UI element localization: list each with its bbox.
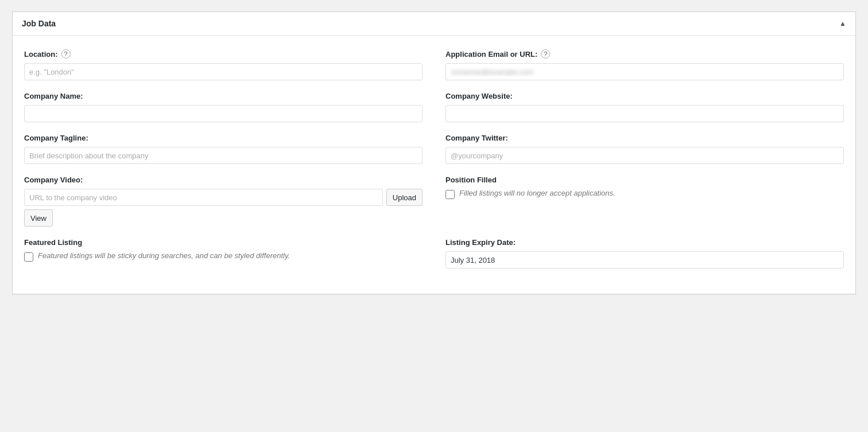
view-button[interactable]: View [24, 209, 53, 227]
company-video-input[interactable] [24, 189, 383, 206]
application-email-input[interactable] [445, 63, 844, 80]
company-website-input[interactable] [445, 105, 844, 122]
panel-toggle-icon[interactable]: ▲ [839, 20, 846, 28]
panel-title: Job Data [22, 19, 56, 28]
company-name-group: Company Name: [24, 92, 423, 122]
panel-header: Job Data ▲ [13, 12, 855, 36]
company-website-group: Company Website: [445, 92, 844, 122]
upload-button[interactable]: Upload [386, 189, 423, 206]
position-filled-checkbox-row: Filled listings will no longer accept ap… [445, 189, 844, 199]
position-filled-checkbox[interactable] [445, 190, 455, 199]
featured-listing-label: Featured Listing [24, 238, 423, 247]
application-email-label: Application Email or URL: ? [445, 49, 844, 59]
panel-body: Location: ? Application Email or URL: ? … [13, 36, 855, 294]
location-group: Location: ? [24, 49, 423, 80]
company-twitter-input[interactable] [445, 147, 844, 164]
listing-expiry-input[interactable] [445, 251, 844, 268]
company-video-group: Company Video: Upload View [24, 176, 423, 227]
featured-listing-checkbox-row: Featured listings will be sticky during … [24, 251, 423, 262]
company-website-label: Company Website: [445, 92, 844, 100]
application-email-help-badge[interactable]: ? [541, 49, 550, 59]
featured-listing-checkbox-label: Featured listings will be sticky during … [38, 251, 290, 260]
company-tagline-label: Company Tagline: [24, 134, 423, 142]
company-name-input[interactable] [24, 105, 423, 122]
company-video-label: Company Video: [24, 176, 423, 184]
company-twitter-label: Company Twitter: [445, 134, 844, 142]
job-data-panel: Job Data ▲ Location: ? Application Email… [12, 11, 856, 294]
featured-listing-checkbox[interactable] [24, 252, 33, 262]
location-help-badge[interactable]: ? [61, 49, 71, 59]
listing-expiry-group: Listing Expiry Date: [445, 238, 844, 268]
position-filled-group: Position Filled Filled listings will no … [445, 176, 844, 227]
company-twitter-group: Company Twitter: [445, 134, 844, 164]
featured-listing-group: Featured Listing Featured listings will … [24, 238, 423, 268]
form-grid: Location: ? Application Email or URL: ? … [24, 49, 844, 280]
company-tagline-group: Company Tagline: [24, 134, 423, 164]
location-label: Location: ? [24, 49, 423, 59]
view-btn-row: View [24, 209, 423, 227]
company-name-label: Company Name: [24, 92, 423, 100]
video-input-row: Upload [24, 189, 423, 206]
position-filled-label: Position Filled [445, 176, 844, 184]
application-email-group: Application Email or URL: ? [445, 49, 844, 80]
company-tagline-input[interactable] [24, 147, 423, 164]
position-filled-checkbox-label: Filled listings will no longer accept ap… [459, 189, 615, 197]
location-input[interactable] [24, 63, 423, 80]
listing-expiry-label: Listing Expiry Date: [445, 238, 844, 247]
